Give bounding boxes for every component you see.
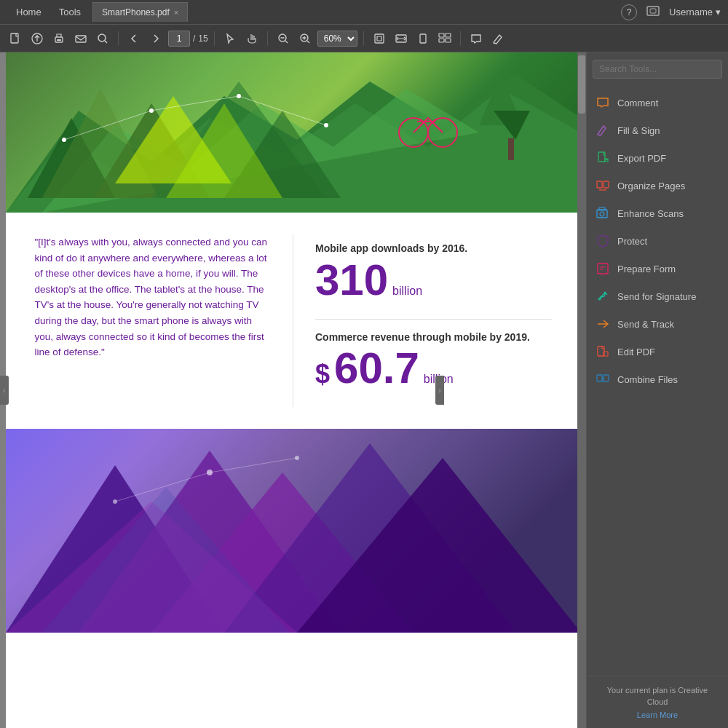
- next-page-btn[interactable]: [146, 29, 165, 48]
- search-btn[interactable]: [93, 29, 112, 48]
- enhance-scans-tool-icon: [596, 206, 610, 221]
- svg-rect-1: [650, 9, 656, 13]
- protect-tool-icon: [596, 234, 610, 248]
- tool-label-export-pdf: Export PDF: [617, 153, 666, 164]
- toolbar: / 15 60%: [0, 25, 728, 52]
- tool-item-edit-pdf[interactable]: Edit PDF: [587, 338, 728, 365]
- svg-rect-16: [446, 39, 451, 42]
- tool-item-export-pdf[interactable]: Export PDF: [587, 144, 728, 172]
- svg-point-56: [600, 212, 604, 216]
- tool-item-send-track[interactable]: Send & Track: [587, 310, 728, 338]
- svg-rect-60: [597, 375, 602, 381]
- right-panel-collapse[interactable]: ›: [435, 376, 444, 405]
- zoom-out-btn[interactable]: [274, 29, 293, 48]
- upload-btn[interactable]: [28, 29, 47, 48]
- sep1: [118, 31, 119, 46]
- fit-width-btn[interactable]: [392, 29, 411, 48]
- send-signature-tool-icon: [596, 289, 610, 304]
- tool-item-comment[interactable]: Comment: [587, 89, 728, 116]
- cursor-btn[interactable]: [221, 29, 240, 48]
- stat-divider: [315, 319, 552, 320]
- tool-item-send-signature[interactable]: Send for Signature: [587, 282, 728, 310]
- comment-btn[interactable]: [467, 29, 486, 48]
- prev-page-btn[interactable]: [124, 29, 143, 48]
- stats-section: Mobile app downloads by 2016. 310 billio…: [315, 234, 552, 407]
- tool-label-fill-sign: Fill & Sign: [617, 125, 660, 136]
- print-btn[interactable]: [50, 29, 68, 48]
- username-menu[interactable]: Username ▾: [669, 7, 721, 17]
- svg-rect-27: [508, 138, 514, 160]
- page-total: 15: [198, 33, 207, 44]
- help-button[interactable]: ?: [621, 4, 637, 20]
- zoom-in-btn[interactable]: [296, 29, 314, 48]
- quote-section: "[I]t's always with you, always connecte…: [35, 234, 272, 407]
- tool-label-comment: Comment: [617, 98, 658, 108]
- sep4: [363, 31, 364, 46]
- panel-footer: Your current plan is Creative Cloud Lear…: [587, 676, 728, 728]
- tool-label-combine-files: Combine Files: [617, 374, 678, 385]
- share-button[interactable]: [646, 4, 660, 21]
- tool-label-organize-pages: Organize Pages: [617, 181, 685, 191]
- svg-rect-57: [598, 264, 608, 274]
- fit-page-btn[interactable]: [370, 29, 389, 48]
- menu-home[interactable]: Home: [7, 2, 50, 22]
- tools-list: Comment Fill & Sign Export PDF: [587, 86, 728, 676]
- tool-item-combine-files[interactable]: Combine Files: [587, 365, 728, 393]
- menu-tools[interactable]: Tools: [50, 2, 90, 22]
- scroll-btn[interactable]: [435, 29, 454, 48]
- fill-sign-tool-icon: [596, 123, 610, 138]
- tool-item-organize-pages[interactable]: Organize Pages: [587, 172, 728, 199]
- new-file-btn[interactable]: [6, 29, 25, 48]
- svg-rect-13: [439, 33, 444, 37]
- stat2-label: Commerce revenue through mobile by 2019.: [315, 331, 552, 345]
- learn-more-link[interactable]: Learn More: [596, 711, 719, 719]
- draw-btn[interactable]: [488, 29, 507, 48]
- svg-rect-12: [420, 34, 426, 43]
- svg-rect-61: [604, 375, 609, 381]
- svg-rect-52: [597, 181, 602, 188]
- search-tools-input[interactable]: [593, 60, 722, 79]
- single-page-btn[interactable]: [414, 29, 432, 48]
- tool-item-enhance-scans[interactable]: Enhance Scans: [587, 199, 728, 227]
- svg-rect-6: [76, 36, 86, 42]
- app-container: Home Tools SmartPhones.pdf × ? Username …: [0, 0, 728, 728]
- main-area: ‹: [0, 52, 728, 728]
- tool-label-send-track: Send & Track: [617, 319, 674, 330]
- left-panel-collapse[interactable]: ‹: [0, 376, 9, 405]
- stat2-number: $ 60.7 billion: [315, 344, 552, 392]
- stat1-number: 310 billion: [315, 256, 552, 304]
- tool-label-edit-pdf: Edit PDF: [617, 347, 655, 357]
- svg-line-50: [210, 458, 297, 472]
- stat2-dollar: $: [315, 360, 330, 389]
- content-divider: [293, 234, 293, 407]
- tool-item-prepare-form[interactable]: Prepare Form: [587, 255, 728, 282]
- svg-rect-2: [11, 33, 18, 43]
- tab-close-btn[interactable]: ×: [174, 8, 178, 17]
- quote-text: "[I]t's always with you, always connecte…: [35, 234, 272, 360]
- page-separator: /: [193, 33, 195, 44]
- edit-pdf-tool-icon: [596, 344, 610, 359]
- svg-rect-51: [598, 152, 605, 162]
- tool-item-fill-sign[interactable]: Fill & Sign: [587, 116, 728, 144]
- sep2: [214, 31, 215, 46]
- hand-btn[interactable]: [242, 29, 261, 48]
- scrollbar-thumb[interactable]: [578, 55, 585, 114]
- right-tools-panel: Comment Fill & Sign Export PDF: [586, 52, 728, 728]
- export-pdf-tool-icon: [596, 151, 610, 165]
- pdf-scrollbar[interactable]: [577, 52, 586, 728]
- zoom-select[interactable]: 60%: [317, 31, 357, 47]
- svg-rect-15: [446, 33, 451, 37]
- stat1-unit: billion: [392, 285, 422, 298]
- tab-smartphones[interactable]: SmartPhones.pdf ×: [92, 2, 188, 22]
- pdf-bottom-image: [6, 429, 581, 633]
- email-btn[interactable]: [71, 29, 90, 48]
- pdf-content: "[I]t's always with you, always connecte…: [6, 213, 581, 429]
- svg-point-7: [98, 34, 106, 41]
- prepare-form-tool-icon: [596, 261, 610, 276]
- svg-rect-53: [604, 181, 609, 188]
- menu-bar: Home Tools SmartPhones.pdf × ? Username …: [0, 0, 728, 25]
- organize-pages-tool-icon: [596, 178, 610, 193]
- page-input[interactable]: [168, 31, 190, 47]
- tool-item-protect[interactable]: Protect: [587, 227, 728, 255]
- stat-block-2: Commerce revenue through mobile by 2019.…: [315, 331, 552, 393]
